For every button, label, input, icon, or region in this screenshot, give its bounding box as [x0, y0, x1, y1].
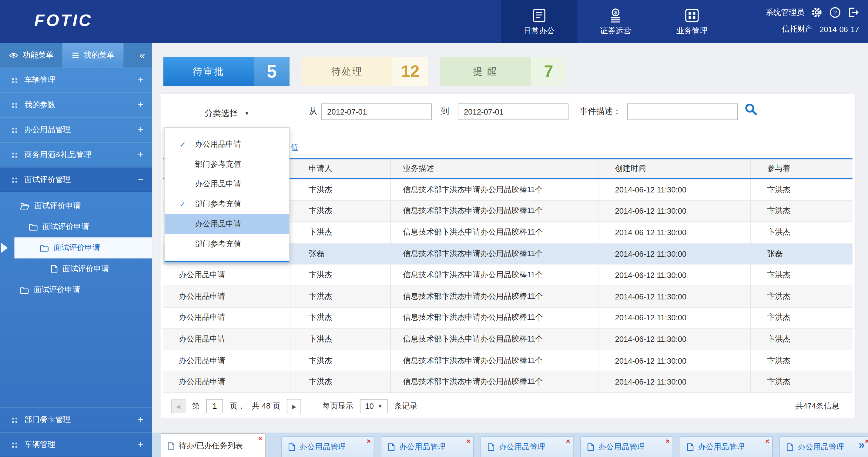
sidebar-item-office-supplies[interactable]: 办公用品管理 +: [0, 117, 152, 142]
svg-text:?: ?: [833, 9, 837, 16]
nav-item-business[interactable]: 业务管理: [654, 0, 730, 43]
nav-item-daily-office[interactable]: 日常办公: [501, 0, 577, 43]
tab-function-menu[interactable]: 功能菜单: [0, 43, 62, 67]
fotic-logo: FOTIC: [34, 11, 92, 30]
tab-task-list[interactable]: 待办/已办任务列表 ×: [161, 433, 266, 457]
stat-card-pending-approval[interactable]: 待审批 5: [163, 57, 289, 86]
tree-item-interview-request[interactable]: 面试评价申请: [0, 217, 152, 237]
per-page-suffix: 条记录: [395, 401, 418, 411]
help-icon[interactable]: ?: [829, 7, 841, 18]
nav-label: 业务管理: [676, 26, 707, 36]
expand-icon[interactable]: +: [138, 74, 144, 86]
expand-icon[interactable]: +: [138, 414, 144, 425]
grid-dots-icon: [12, 128, 13, 129]
table-row[interactable]: 办公用品申请卞洪杰信息技术部卞洪杰申请办公用品胶棒11个2014-06-12 1…: [163, 307, 852, 328]
sidebar-collapse-button[interactable]: «: [132, 43, 152, 67]
tab-my-label: 我的菜单: [84, 50, 115, 60]
folder-open-icon: [20, 202, 29, 209]
close-icon[interactable]: ×: [665, 437, 670, 445]
tree-item-interview-request[interactable]: 面试评价申请: [0, 259, 152, 280]
sidebar-item-my-params[interactable]: 我的参数 +: [0, 92, 152, 117]
grid-dots-icon: [12, 153, 13, 154]
table-row[interactable]: 办公用品申请卞洪杰信息技术部卞洪杰申请办公用品胶棒11个2014-06-12 1…: [163, 371, 852, 393]
sidebar-tabs: 功能菜单 我的菜单 «: [0, 43, 152, 67]
dropdown-option-highlighted[interactable]: ✓ 办公用品申请: [165, 214, 289, 234]
event-desc-input[interactable]: [627, 103, 738, 120]
table-row[interactable]: 办公用品申请卞洪杰信息技术部卞洪杰申请办公用品胶棒11个2014-06-12 1…: [163, 286, 852, 307]
category-select[interactable]: 分类选择 ▼: [164, 102, 289, 125]
date-to-input[interactable]: [458, 103, 568, 120]
user-area: 系统管理员 ? 信托财产 2014-06-17: [766, 7, 859, 34]
tree-item-label: 面试评价申请: [43, 222, 89, 232]
document-icon: [168, 442, 174, 450]
close-icon[interactable]: ×: [466, 437, 470, 445]
app-root: FOTIC 日常办公 $ 证券运营 业务管理: [0, 0, 868, 457]
list-icon: [72, 52, 79, 59]
sidebar-item-interview-eval[interactable]: 面试评价管理 −: [0, 167, 152, 192]
tab-overflow-button[interactable]: »: [859, 439, 865, 451]
tree-item-label: 面试评价申请: [62, 264, 109, 274]
tab-office-supplies[interactable]: 办公用品管理 ×: [480, 436, 574, 457]
expand-icon[interactable]: +: [138, 149, 144, 160]
grid-dots-icon: [12, 418, 13, 419]
check-icon: ✓: [180, 140, 188, 149]
dropdown-option[interactable]: ✓ 办公用品申请: [165, 135, 289, 155]
tab-office-supplies[interactable]: 办公用品管理 ×: [680, 436, 773, 457]
securities-icon: $: [608, 7, 623, 23]
logout-icon[interactable]: [847, 7, 859, 18]
close-icon[interactable]: ×: [865, 437, 868, 445]
table-row[interactable]: 办公用品申请卞洪杰信息技术部卞洪杰申请办公用品胶棒11个2014-06-12 1…: [163, 329, 852, 350]
sidebar-item-meal-card[interactable]: 部门餐卡管理 +: [0, 407, 152, 432]
date-from-input[interactable]: [321, 103, 432, 120]
nav-label: 日常办公: [524, 26, 555, 36]
sidebar-item-wine-gifts[interactable]: 商务用酒&礼品管理 +: [0, 142, 152, 167]
page-suffix: 页，: [230, 401, 245, 411]
top-nav: 日常办公 $ 证券运营 业务管理: [501, 0, 730, 43]
per-page-label: 每页显示: [322, 401, 353, 411]
tab-office-supplies[interactable]: 办公用品管理 ×: [580, 436, 673, 457]
sidebar-bottom-group: 部门餐卡管理 + 车辆管理 +: [0, 407, 152, 457]
close-icon[interactable]: ×: [765, 437, 770, 445]
prev-page-button[interactable]: ◀: [171, 399, 185, 413]
table-row[interactable]: 办公用品申请卞洪杰信息技术部卞洪杰申请办公用品胶棒11个2014-06-12 1…: [163, 265, 852, 286]
nav-item-securities[interactable]: $ 证券运营: [577, 0, 654, 43]
partial-link-text[interactable]: 值: [291, 143, 299, 153]
expand-icon[interactable]: +: [138, 439, 144, 450]
stat-card-pending-process[interactable]: 待处理 12: [302, 57, 428, 86]
expand-icon[interactable]: +: [138, 124, 144, 135]
close-icon[interactable]: ×: [367, 437, 371, 445]
page-prefix: 第: [192, 401, 200, 411]
main-content: 待审批 5 待处理 12 提 醒 7 分类选择 ▼ 从 到 事件描述： 值: [152, 43, 868, 457]
sidebar-item-vehicle-2[interactable]: 车辆管理 +: [0, 432, 152, 457]
search-icon[interactable]: [745, 103, 757, 118]
sidebar-item-vehicle[interactable]: 车辆管理 +: [0, 68, 152, 92]
page-number-input[interactable]: [207, 399, 223, 413]
tree-item-interview-request[interactable]: 面试评价申请: [0, 195, 152, 217]
tab-office-supplies[interactable]: 办公用品管理 ×: [281, 436, 374, 457]
stat-card-reminder[interactable]: 提 醒 7: [440, 57, 566, 86]
to-label: 到: [440, 106, 449, 117]
sidebar-item-label: 面试评价管理: [24, 174, 71, 185]
gear-icon[interactable]: [811, 7, 823, 18]
dropdown-option[interactable]: ✓ 办公用品申请: [165, 174, 289, 194]
grid-dots-icon: [12, 443, 13, 444]
eye-icon: [9, 52, 18, 59]
dropdown-option[interactable]: ✓ 部门参考充值: [165, 194, 289, 214]
folder-icon: [29, 223, 38, 231]
per-page-select[interactable]: 10 ▼: [360, 399, 388, 413]
next-page-button[interactable]: ▶: [287, 399, 301, 413]
expand-icon[interactable]: +: [138, 99, 144, 110]
tree-item-interview-request[interactable]: 面试评价申请: [0, 280, 152, 300]
sidebar-item-label: 车辆管理: [24, 75, 55, 85]
close-icon[interactable]: ×: [258, 435, 262, 442]
col-header-created: 创建时间: [598, 159, 750, 178]
collapse-minus-icon[interactable]: −: [138, 174, 144, 185]
tree-item-interview-request-selected[interactable]: 面试评价申请: [14, 237, 152, 258]
tab-office-supplies[interactable]: 办公用品管理 ×: [779, 436, 868, 457]
tab-my-menu[interactable]: 我的菜单: [62, 43, 124, 67]
table-row[interactable]: 办公用品申请卞洪杰信息技术部卞洪杰申请办公用品胶棒11个2014-06-12 1…: [163, 350, 852, 371]
close-icon[interactable]: ×: [566, 437, 570, 445]
dropdown-option[interactable]: ✓ 部门参考充值: [165, 234, 289, 254]
tab-office-supplies[interactable]: 办公用品管理 ×: [381, 436, 474, 457]
dropdown-option[interactable]: ✓ 部门参考充值: [165, 154, 289, 174]
